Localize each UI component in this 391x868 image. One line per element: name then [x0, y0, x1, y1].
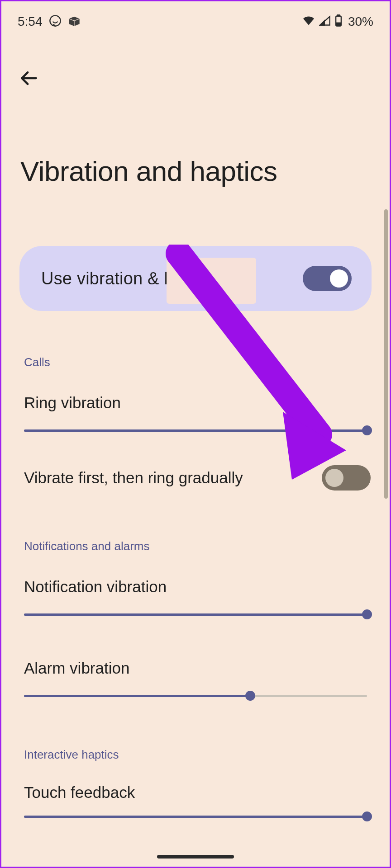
main-toggle-switch[interactable] — [303, 266, 352, 291]
redacted-overlay — [167, 258, 256, 304]
touch-feedback-slider[interactable] — [24, 815, 367, 819]
wifi-icon — [302, 15, 315, 28]
notification-vibration-label: Notification vibration — [24, 578, 367, 596]
signal-icon — [319, 15, 331, 28]
svg-rect-3 — [336, 23, 340, 26]
main-toggle-card[interactable]: Use vibration & haptics — [19, 246, 372, 311]
arrow-left-icon — [19, 68, 38, 88]
section-header-interactive: Interactive haptics — [24, 748, 390, 762]
status-right: 30% — [302, 14, 373, 29]
vibrate-first-toggle[interactable] — [322, 465, 371, 491]
vibrate-first-label: Vibrate first, then ring gradually — [24, 469, 322, 487]
status-time: 5:54 — [18, 14, 43, 29]
notification-vibration-item: Notification vibration — [24, 578, 367, 617]
battery-icon — [334, 14, 343, 29]
svg-point-0 — [50, 15, 60, 26]
scroll-indicator[interactable] — [384, 209, 388, 499]
status-bar: 5:54 — [1, 1, 390, 38]
package-icon — [68, 15, 81, 28]
back-button[interactable] — [15, 65, 42, 92]
alarm-vibration-label: Alarm vibration — [24, 659, 367, 677]
touch-feedback-label: Touch feedback — [24, 783, 367, 802]
ring-vibration-item: Ring vibration — [24, 394, 367, 433]
svg-rect-2 — [338, 15, 340, 16]
ring-vibration-label: Ring vibration — [24, 394, 367, 412]
vibrate-first-row[interactable]: Vibrate first, then ring gradually — [24, 465, 371, 491]
whatsapp-icon — [49, 14, 62, 29]
section-header-calls: Calls — [24, 355, 390, 369]
touch-feedback-item: Touch feedback — [24, 783, 367, 819]
status-left: 5:54 — [18, 14, 81, 29]
page-title: Vibration and haptics — [20, 155, 390, 187]
battery-percentage: 30% — [348, 14, 373, 29]
nav-bar-handle[interactable] — [157, 855, 234, 859]
ring-vibration-slider[interactable] — [24, 429, 367, 433]
alarm-vibration-slider[interactable] — [24, 694, 367, 698]
alarm-vibration-item: Alarm vibration — [24, 659, 367, 698]
section-header-notifications: Notifications and alarms — [24, 539, 390, 553]
notification-vibration-slider[interactable] — [24, 613, 367, 617]
